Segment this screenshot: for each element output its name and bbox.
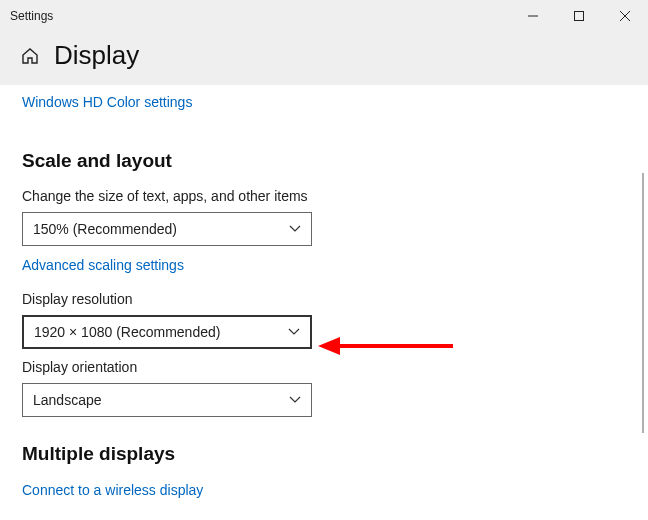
resolution-value: 1920 × 1080 (Recommended) — [34, 324, 220, 340]
content-area: Windows HD Color settings Scale and layo… — [0, 85, 648, 516]
maximize-button[interactable] — [556, 0, 602, 32]
page-title: Display — [54, 40, 139, 71]
minimize-button[interactable] — [510, 0, 556, 32]
resolution-dropdown[interactable]: 1920 × 1080 (Recommended) — [22, 315, 312, 349]
resolution-label: Display resolution — [22, 291, 626, 307]
advanced-scaling-link[interactable]: Advanced scaling settings — [22, 257, 184, 273]
scrollbar[interactable] — [642, 173, 644, 433]
chevron-down-icon — [288, 328, 300, 336]
chevron-down-icon — [289, 225, 301, 233]
section-multiple-displays: Multiple displays — [22, 443, 626, 465]
svg-rect-1 — [575, 12, 584, 21]
orientation-dropdown[interactable]: Landscape — [22, 383, 312, 417]
wireless-display-link[interactable]: Connect to a wireless display — [22, 482, 203, 498]
scale-value: 150% (Recommended) — [33, 221, 177, 237]
page-header: Display — [0, 32, 648, 85]
close-button[interactable] — [602, 0, 648, 32]
scale-label: Change the size of text, apps, and other… — [22, 188, 626, 204]
scale-dropdown[interactable]: 150% (Recommended) — [22, 212, 312, 246]
window-controls — [510, 0, 648, 32]
orientation-label: Display orientation — [22, 359, 626, 375]
titlebar: Settings — [0, 0, 648, 32]
hd-color-link[interactable]: Windows HD Color settings — [22, 94, 192, 110]
home-icon[interactable] — [20, 46, 40, 66]
orientation-value: Landscape — [33, 392, 102, 408]
section-scale-layout: Scale and layout — [22, 150, 626, 172]
chevron-down-icon — [289, 396, 301, 404]
window-title: Settings — [10, 9, 53, 23]
